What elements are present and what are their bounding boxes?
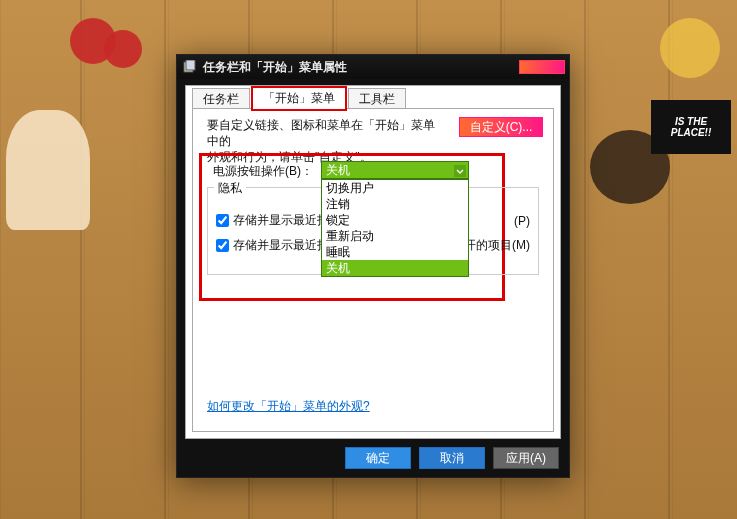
window-title: 任务栏和「开始」菜单属性 (203, 59, 347, 76)
customize-button[interactable]: 自定义(C)... (459, 117, 543, 137)
power-action-row: 电源按钮操作(B)： (213, 163, 313, 180)
wallpaper-blob (6, 110, 90, 230)
power-option-sleep[interactable]: 睡眠 (322, 244, 468, 260)
checkbox-recent-programs-label: 存储并显示最近打 (233, 212, 329, 229)
dialog-buttons: 确定 取消 应用(A) (345, 447, 559, 469)
checkbox-recent-items-input[interactable] (216, 239, 229, 252)
power-action-label: 电源按钮操作(B)： (213, 163, 313, 180)
client-area: 任务栏 「开始」菜单 工具栏 要自定义链接、图标和菜单在「开始」菜单中的 外观和… (185, 85, 561, 439)
cancel-button[interactable]: 取消 (419, 447, 485, 469)
power-action-dropdown: 切换用户 注销 锁定 重新启动 睡眠 关机 (321, 179, 469, 277)
close-button[interactable] (519, 60, 565, 74)
tab-strip: 任务栏 「开始」菜单 工具栏 (192, 85, 408, 108)
help-link[interactable]: 如何更改「开始」菜单的外观? (207, 398, 370, 415)
wallpaper-text-decal: IS THEPLACE!! (651, 100, 731, 154)
titlebar: 任务栏和「开始」菜单属性 (177, 55, 569, 79)
app-icon (183, 60, 197, 74)
ok-button[interactable]: 确定 (345, 447, 411, 469)
tab-start-menu[interactable]: 「开始」菜单 (252, 87, 346, 110)
wallpaper-blob (104, 30, 142, 68)
checkbox-recent-programs-input[interactable] (216, 214, 229, 227)
properties-dialog: 任务栏和「开始」菜单属性 任务栏 「开始」菜单 工具栏 要自定义链接、图标和菜单… (176, 54, 570, 478)
power-option-logoff[interactable]: 注销 (322, 196, 468, 212)
tab-panel: 要自定义链接、图标和菜单在「开始」菜单中的 外观和行为，请单击"自定义"。 自定… (192, 108, 554, 432)
privacy-legend: 隐私 (214, 180, 246, 197)
apply-button[interactable]: 应用(A) (493, 447, 559, 469)
chevron-down-icon (454, 165, 466, 177)
power-option-shutdown[interactable]: 关机 (322, 260, 468, 276)
svg-rect-2 (454, 165, 466, 177)
checkbox-recent-programs-tail: (P) (506, 214, 530, 228)
power-action-combo[interactable]: 关机 (321, 161, 469, 179)
checkbox-recent-items-label: 存储并显示最近打 (233, 237, 329, 254)
power-action-value: 关机 (326, 162, 350, 179)
power-option-lock[interactable]: 锁定 (322, 212, 468, 228)
power-option-restart[interactable]: 重新启动 (322, 228, 468, 244)
wallpaper-blob (660, 18, 720, 78)
svg-rect-1 (186, 60, 195, 70)
power-option-switch-user[interactable]: 切换用户 (322, 180, 468, 196)
